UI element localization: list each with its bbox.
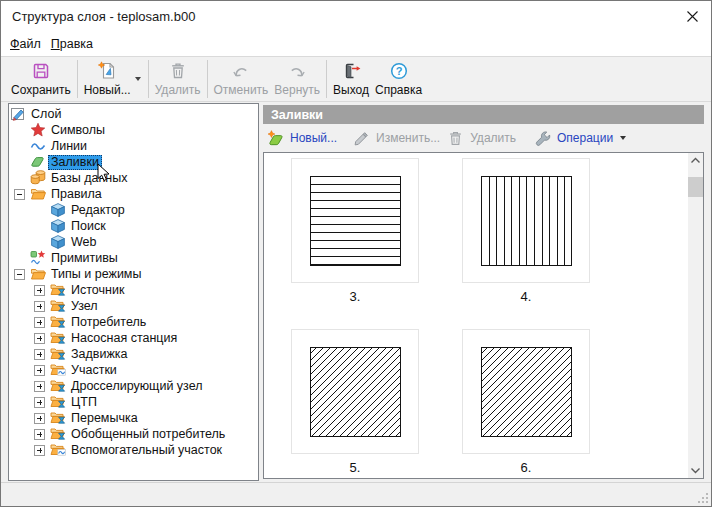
fill-pattern-card[interactable] [462,158,590,283]
folder-hg-icon [50,346,66,362]
fill-pattern-card[interactable] [462,329,590,454]
delete-button[interactable]: Удалить [152,59,204,99]
fill-pattern-card[interactable] [291,158,419,283]
expander-minus-icon[interactable] [14,189,25,200]
tree-item-throttle-node[interactable]: Дросселирующий узел [9,378,258,394]
expander-plus-icon[interactable] [34,349,45,360]
undo-icon [231,61,251,81]
menu-edit[interactable]: Правка [51,37,93,51]
exit-button[interactable]: Выход [330,59,372,99]
cube-icon [50,234,66,250]
toolbar-separator [148,60,149,98]
vertical-lines-preview [481,176,572,266]
folder-hg-icon [50,410,66,426]
help-button[interactable]: Справка [372,59,425,99]
main-toolbar: СохранитьНовый...УдалитьОтменитьВернутьВ… [1,56,711,102]
tree-item-consumer[interactable]: Потребитель [9,314,258,330]
tree-item-types[interactable]: Типы и режимы [9,266,258,282]
mouse-cursor-icon [97,163,110,182]
save-button[interactable]: Сохранить [8,59,74,99]
tree-item-source[interactable]: Источник [9,282,258,298]
expander-plus-icon[interactable] [34,413,45,424]
tree-item-fills[interactable]: Заливки [9,154,258,170]
expander-minus-icon[interactable] [14,269,25,280]
expander-plus-icon[interactable] [34,365,45,376]
tree-item-editor[interactable]: Редактор [9,202,258,218]
fill-swatch: 3. [291,158,419,304]
diagonal-up-lines-preview [310,347,401,437]
toolbar-separator [77,60,78,98]
lines-icon [30,138,46,154]
tree-item-general-consumer[interactable]: Обобщенный потребитель [9,426,258,442]
fill-swatch-label: 4. [462,289,590,304]
fill-pattern-card[interactable] [291,329,419,454]
resize-grip[interactable] [698,493,709,504]
fills-grid: 3.4.5.6. [291,158,590,475]
status-bar [1,482,711,506]
tree-item-aux-segment[interactable]: Вспомогательный участок [9,442,258,458]
tree-item-web[interactable]: Web [9,234,258,250]
fills-toolbar: Новый... Изменить... Удалить Операции [263,126,704,150]
expander-plus-icon[interactable] [34,381,45,392]
new-dropdown-caret[interactable] [135,77,141,81]
expander-plus-icon[interactable] [34,397,45,408]
close-button[interactable] [685,9,700,24]
folder-hg-icon [50,378,66,394]
tree-item-ctp[interactable]: ЦТП [9,394,258,410]
expander-plus-icon[interactable] [34,285,45,296]
tree-item-primitives[interactable]: Примитивы [9,250,258,266]
tree-item-segments[interactable]: Участки [9,362,258,378]
fill-delete-button[interactable]: Удалить [447,130,516,147]
folder-hg-icon [50,298,66,314]
menu-file[interactable]: Файл [10,37,41,51]
layer-tree: СлойСимволыЛинииЗаливкиБазы данныхПравил… [9,106,258,458]
folder-wave-icon [50,442,66,458]
horizontal-lines-preview [310,176,401,266]
tree-item-pump-station[interactable]: Насосная станция [9,330,258,346]
tree-item-node[interactable]: Узел [9,298,258,314]
vertical-scrollbar[interactable] [688,153,703,478]
cube-icon [50,202,66,218]
tree-item-valve[interactable]: Задвижка [9,346,258,362]
expander-plus-icon[interactable] [34,301,45,312]
tree-item-search[interactable]: Поиск [9,218,258,234]
exit-icon [341,61,361,81]
redo-button[interactable]: Вернуть [271,59,323,99]
fills-content-area: 3.4.5.6. [263,152,704,479]
tree-item-rules[interactable]: Правила [9,186,258,202]
tree-item-databases[interactable]: Базы данных [9,170,258,186]
folder-hg-icon [50,282,66,298]
cube-icon [50,218,66,234]
undo-button[interactable]: Отменить [211,59,272,99]
scroll-down-icon[interactable] [688,462,703,478]
expander-plus-icon[interactable] [34,333,45,344]
folder-hg-icon [50,426,66,442]
star-icon [30,122,46,138]
new-fill-icon [267,130,284,147]
prim-icon [30,250,46,266]
new-button[interactable]: Новый... [81,59,134,99]
fills-icon [30,154,46,170]
fill-swatch-label: 6. [462,460,590,475]
fill-edit-button[interactable]: Изменить... [353,130,440,147]
fill-new-button[interactable]: Новый... [267,130,337,147]
diagonal-down-lines-preview [481,347,572,437]
trash-icon [447,130,464,147]
new-icon [97,61,117,81]
db-icon [30,170,46,186]
tree-item-symbols[interactable]: Символы [9,122,258,138]
tree-item-layer[interactable]: Слой [9,106,258,122]
expander-plus-icon[interactable] [34,429,45,440]
scrollbar-thumb[interactable] [688,177,703,197]
fill-swatch: 5. [291,329,419,475]
fill-swatch: 4. [462,158,590,304]
toolbar-separator [326,60,327,98]
tree-item-jumper[interactable]: Перемычка [9,410,258,426]
scroll-up-icon[interactable] [688,153,703,169]
expander-plus-icon[interactable] [34,445,45,456]
expander-plus-icon[interactable] [34,317,45,328]
operations-button[interactable]: Операции [534,130,626,147]
chevron-down-icon [620,136,626,140]
tree-item-lines[interactable]: Линии [9,138,258,154]
folder-hg-icon [50,394,66,410]
